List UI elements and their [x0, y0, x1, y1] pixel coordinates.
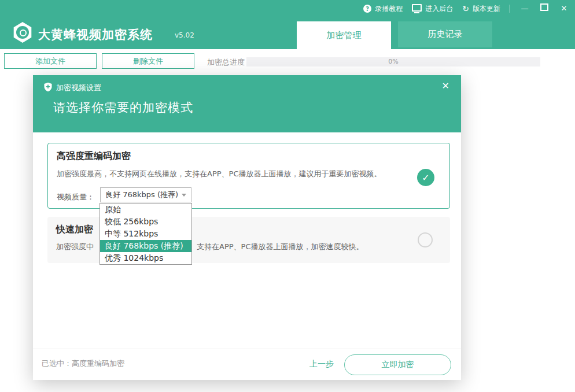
dialog-heading: 请选择你需要的加密模式: [53, 99, 193, 116]
help-icon: ?: [363, 5, 371, 13]
back-step-link[interactable]: 上一步: [309, 359, 334, 369]
encrypt-settings-dialog: 加密视频设置 ✕ 请选择你需要的加密模式 高强度重编码加密 加密强度最高，不支持…: [33, 75, 461, 380]
dialog-close-icon[interactable]: ✕: [442, 80, 449, 91]
delete-file-button[interactable]: 删除文件: [102, 53, 194, 69]
dropdown-option[interactable]: 中等 512kbps: [100, 228, 191, 240]
total-progress-bar: 0%: [246, 57, 540, 66]
update-label: 版本更新: [473, 4, 500, 14]
fast-card-radio[interactable]: [418, 232, 433, 247]
titlebar-menu: ? 录播教程 进入后台 ↻ 版本更新 — ✕: [363, 2, 569, 15]
refresh-icon: ↻: [462, 5, 469, 13]
minimize-button[interactable]: —: [519, 3, 530, 14]
maximize-icon: [540, 3, 548, 11]
monitor-icon: [412, 4, 422, 12]
tutorial-label: 录播教程: [375, 4, 403, 14]
app-version: v5.02: [175, 31, 194, 39]
backend-label: 进入后台: [425, 4, 453, 14]
backend-menu-item[interactable]: 进入后台: [412, 4, 453, 14]
mode-card-high-strength[interactable]: 高强度重编码加密 加密强度最高，不支持网页在线播放，支持在APP、PC播放器上面…: [47, 143, 450, 209]
dropdown-option[interactable]: 较低 256kbps: [100, 216, 191, 228]
fast-card-title: 快速加密: [56, 224, 93, 236]
tab-encrypt-management[interactable]: 加密管理: [297, 21, 391, 49]
menu-divider: [510, 5, 510, 13]
close-window-button[interactable]: ✕: [559, 3, 569, 14]
app-title: 大黄蜂视频加密系统: [38, 27, 153, 43]
fast-card-desc-prefix: 加密强度中: [56, 242, 94, 252]
dialog-title: 加密视频设置: [56, 83, 101, 93]
dialog-header: 加密视频设置 ✕ 请选择你需要的加密模式: [33, 75, 461, 132]
dropdown-option[interactable]: 原始: [100, 204, 191, 216]
logo-lens-ring: [20, 29, 27, 36]
video-quality-label: 视频质量：: [57, 192, 94, 202]
progress-label: 加密总进度: [207, 57, 245, 68]
tutorial-menu-item[interactable]: ? 录播教程: [363, 4, 403, 14]
fast-card-desc-suffix: 支持在APP、PC播放器上面播放，加密速度较快。: [197, 242, 364, 252]
shield-plus-icon: [43, 82, 53, 92]
dropdown-option[interactable]: 优秀 1024kbps: [100, 252, 191, 264]
selected-mode-text: 已选中：高度重编码加密: [42, 358, 124, 369]
footer-divider: [33, 349, 461, 349]
selected-check-icon[interactable]: ✓: [417, 169, 434, 186]
maximize-button[interactable]: [539, 3, 550, 14]
encrypt-now-button[interactable]: 立即加密: [344, 354, 451, 375]
dropdown-option-highlighted[interactable]: 良好 768kbps (推荐): [100, 240, 191, 252]
chevron-down-icon: [182, 194, 186, 197]
quality-dropdown-list: 原始 较低 256kbps 中等 512kbps 良好 768kbps (推荐)…: [99, 203, 192, 265]
high-card-desc: 加密强度最高，不支持网页在线播放，支持在APP、PC播放器上面播放，建议用于重要…: [57, 169, 382, 179]
update-menu-item[interactable]: ↻ 版本更新: [462, 4, 500, 14]
video-quality-value: 良好 768kbps (推荐): [105, 190, 178, 200]
add-file-button[interactable]: 添加文件: [4, 53, 97, 69]
app-logo-icon: [13, 22, 32, 43]
tab-history[interactable]: 历史记录: [398, 21, 492, 47]
video-quality-select[interactable]: 良好 768kbps (推荐): [100, 187, 191, 202]
high-card-title: 高强度重编码加密: [57, 150, 131, 162]
